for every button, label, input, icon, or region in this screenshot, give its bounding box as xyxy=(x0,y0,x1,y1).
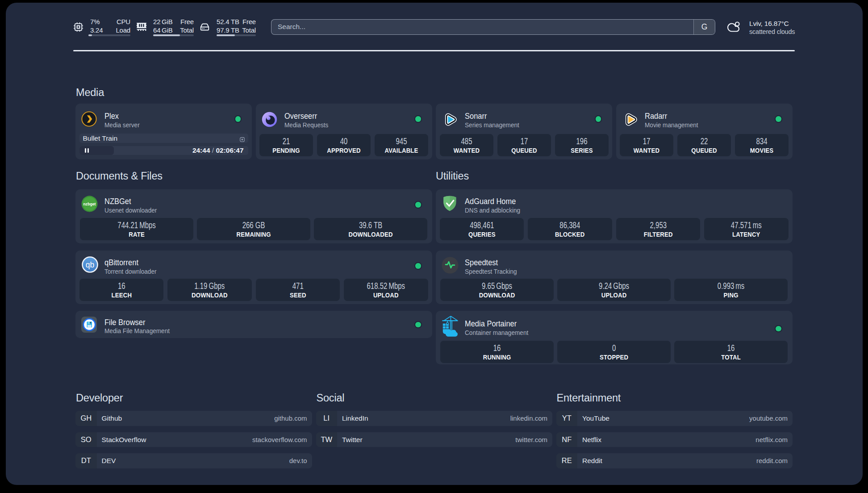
svg-text:nzbget: nzbget xyxy=(83,202,96,206)
svg-text:qb: qb xyxy=(86,260,94,269)
